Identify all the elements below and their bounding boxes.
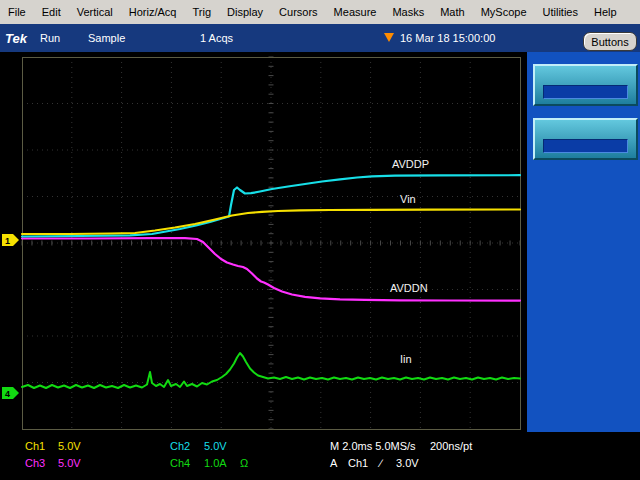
ch1-readout-label[interactable]: Ch1: [25, 440, 45, 452]
ch4-coupling: Ω: [240, 457, 248, 469]
menu-item-utilities[interactable]: Utilities: [535, 0, 586, 24]
menu-item-trig[interactable]: Trig: [184, 0, 219, 24]
menu-item-math[interactable]: Math: [432, 0, 472, 24]
timebase-readout[interactable]: M 2.0ms 5.0MS/s: [330, 440, 416, 452]
acquisition-count: 1 Acqs: [200, 32, 233, 44]
menu-item-help[interactable]: Help: [586, 0, 625, 24]
trigger-level-readout: 3.0V: [396, 457, 419, 469]
ch3-readout-label[interactable]: Ch3: [25, 457, 45, 469]
datetime-readout: 16 Mar 18 15:00:00: [400, 32, 495, 44]
menu-item-masks[interactable]: Masks: [384, 0, 432, 24]
acquisition-state: Run: [40, 32, 60, 44]
menu-item-myscope[interactable]: MyScope: [473, 0, 535, 24]
trigger-source-readout: Ch1: [348, 457, 368, 469]
ch3-scale: 5.0V: [58, 457, 81, 469]
resolution-readout: 200ns/pt: [430, 440, 472, 452]
ch2-scale: 5.0V: [204, 440, 227, 452]
trigger-mode-readout[interactable]: A: [330, 457, 337, 469]
waveform-display[interactable]: 14 AVDDP Vin AVDDN Iin: [0, 52, 527, 432]
tek-logo: Tek: [5, 31, 27, 46]
menu-item-file[interactable]: File: [0, 0, 34, 24]
acquisition-mode: Sample: [88, 32, 125, 44]
trigger-position-icon: [384, 33, 394, 42]
svg-text:4: 4: [5, 389, 10, 399]
trace-label-vin: Vin: [400, 193, 416, 205]
ch4-scale: 1.0A: [204, 457, 227, 469]
side-button-2[interactable]: [533, 118, 638, 160]
graticule: 14: [0, 52, 527, 432]
ch1-scale: 5.0V: [58, 440, 81, 452]
menu-item-edit[interactable]: Edit: [34, 0, 69, 24]
side-button-1-readout: [543, 85, 628, 99]
ch4-readout-label[interactable]: Ch4: [170, 457, 190, 469]
side-panel: [527, 52, 640, 432]
trace-ch1-vin: [22, 210, 520, 235]
menu-item-horiz-acq[interactable]: Horiz/Acq: [121, 0, 185, 24]
menu-item-measure[interactable]: Measure: [326, 0, 385, 24]
buttons-toggle[interactable]: Buttons: [583, 32, 637, 51]
menu-item-vertical[interactable]: Vertical: [69, 0, 121, 24]
svg-text:1: 1: [5, 236, 10, 246]
trace-label-iin: Iin: [400, 353, 412, 365]
ch2-readout-label[interactable]: Ch2: [170, 440, 190, 452]
status-bar: Tek Run Sample 1 Acqs 16 Mar 18 15:00:00: [0, 24, 640, 52]
readout-bar: Ch1 5.0V Ch2 5.0V M 2.0ms 5.0MS/s 200ns/…: [0, 432, 640, 480]
menu-item-display[interactable]: Display: [219, 0, 271, 24]
trigger-slope-icon: ∕: [380, 457, 382, 469]
trace-label-avddp: AVDDP: [392, 158, 429, 170]
side-button-2-readout: [543, 139, 628, 153]
side-button-1[interactable]: [533, 64, 638, 106]
trace-label-avddn: AVDDN: [390, 282, 428, 294]
menu-bar: File Edit Vertical Horiz/Acq Trig Displa…: [0, 0, 640, 25]
menu-item-cursors[interactable]: Cursors: [271, 0, 326, 24]
